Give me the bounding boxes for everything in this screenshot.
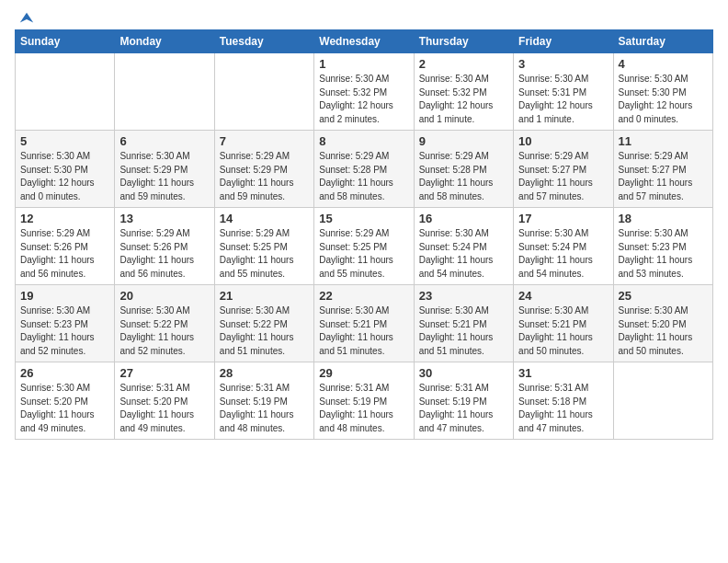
day-info: Sunrise: 5:30 AM Sunset: 5:21 PM Dayligh…: [319, 304, 408, 358]
day-info: Sunrise: 5:29 AM Sunset: 5:29 PM Dayligh…: [220, 150, 309, 203]
day-number: 15: [319, 212, 408, 225]
day-of-week-header: Monday: [115, 30, 214, 53]
day-number: 7: [220, 134, 309, 148]
calendar-cell: 10Sunrise: 5:29 AM Sunset: 5:27 PM Dayli…: [514, 131, 613, 208]
calendar-cell: 17Sunrise: 5:30 AM Sunset: 5:24 PM Dayli…: [514, 208, 613, 285]
day-of-week-header: Tuesday: [214, 30, 313, 53]
day-number: 29: [319, 366, 408, 380]
day-info: Sunrise: 5:31 AM Sunset: 5:19 PM Dayligh…: [419, 382, 508, 435]
day-number: 26: [20, 366, 109, 380]
calendar-cell: 23Sunrise: 5:30 AM Sunset: 5:21 PM Dayli…: [414, 285, 513, 362]
day-info: Sunrise: 5:31 AM Sunset: 5:18 PM Dayligh…: [518, 382, 608, 435]
calendar-cell: 13Sunrise: 5:29 AM Sunset: 5:26 PM Dayli…: [115, 208, 214, 285]
day-number: 18: [619, 212, 708, 225]
day-info: Sunrise: 5:31 AM Sunset: 5:19 PM Dayligh…: [220, 382, 309, 435]
day-info: Sunrise: 5:30 AM Sunset: 5:22 PM Dayligh…: [220, 304, 309, 358]
calendar-cell: 6Sunrise: 5:30 AM Sunset: 5:29 PM Daylig…: [115, 131, 214, 208]
day-of-week-header: Saturday: [613, 30, 712, 53]
calendar-cell: 4Sunrise: 5:30 AM Sunset: 5:30 PM Daylig…: [613, 53, 712, 131]
calendar-body: 1Sunrise: 5:30 AM Sunset: 5:32 PM Daylig…: [16, 53, 713, 440]
calendar-cell: 21Sunrise: 5:30 AM Sunset: 5:22 PM Dayli…: [214, 285, 313, 362]
day-number: 10: [518, 134, 608, 148]
day-info: Sunrise: 5:29 AM Sunset: 5:25 PM Dayligh…: [220, 227, 309, 281]
logo-bird-icon: [18, 11, 35, 28]
day-number: 31: [518, 366, 608, 380]
day-number: 6: [119, 134, 209, 148]
day-info: Sunrise: 5:30 AM Sunset: 5:30 PM Dayligh…: [619, 73, 708, 126]
day-info: Sunrise: 5:30 AM Sunset: 5:21 PM Dayligh…: [419, 304, 508, 358]
day-info: Sunrise: 5:30 AM Sunset: 5:31 PM Dayligh…: [518, 73, 608, 126]
calendar-cell: 14Sunrise: 5:29 AM Sunset: 5:25 PM Dayli…: [214, 208, 313, 285]
day-info: Sunrise: 5:30 AM Sunset: 5:24 PM Dayligh…: [419, 227, 508, 281]
day-number: 30: [419, 366, 508, 380]
day-number: 9: [419, 134, 508, 148]
calendar-cell: 1Sunrise: 5:30 AM Sunset: 5:32 PM Daylig…: [314, 53, 414, 131]
calendar-week-row: 12Sunrise: 5:29 AM Sunset: 5:26 PM Dayli…: [16, 208, 713, 285]
day-info: Sunrise: 5:29 AM Sunset: 5:26 PM Dayligh…: [119, 227, 209, 281]
day-of-week-header: Thursday: [414, 30, 513, 53]
day-info: Sunrise: 5:30 AM Sunset: 5:23 PM Dayligh…: [20, 304, 109, 358]
calendar-cell: 22Sunrise: 5:30 AM Sunset: 5:21 PM Dayli…: [314, 285, 414, 362]
day-info: Sunrise: 5:29 AM Sunset: 5:28 PM Dayligh…: [319, 150, 408, 203]
day-number: 25: [619, 289, 708, 303]
day-number: 16: [419, 212, 508, 225]
calendar-cell: 3Sunrise: 5:30 AM Sunset: 5:31 PM Daylig…: [514, 53, 613, 131]
calendar-cell: 31Sunrise: 5:31 AM Sunset: 5:18 PM Dayli…: [514, 362, 613, 440]
day-info: Sunrise: 5:30 AM Sunset: 5:29 PM Dayligh…: [119, 150, 209, 203]
day-info: Sunrise: 5:29 AM Sunset: 5:26 PM Dayligh…: [20, 227, 109, 281]
svg-marker-0: [20, 13, 33, 23]
day-info: Sunrise: 5:30 AM Sunset: 5:21 PM Dayligh…: [518, 304, 608, 358]
day-info: Sunrise: 5:30 AM Sunset: 5:20 PM Dayligh…: [20, 382, 109, 435]
day-number: 1: [319, 57, 408, 71]
day-info: Sunrise: 5:30 AM Sunset: 5:20 PM Dayligh…: [619, 304, 708, 358]
calendar-cell: 20Sunrise: 5:30 AM Sunset: 5:22 PM Dayli…: [115, 285, 214, 362]
calendar-cell: 11Sunrise: 5:29 AM Sunset: 5:27 PM Dayli…: [613, 131, 712, 208]
day-info: Sunrise: 5:30 AM Sunset: 5:23 PM Dayligh…: [619, 227, 708, 281]
calendar-cell: 24Sunrise: 5:30 AM Sunset: 5:21 PM Dayli…: [514, 285, 613, 362]
calendar-cell: [613, 362, 712, 440]
calendar-cell: 25Sunrise: 5:30 AM Sunset: 5:20 PM Dayli…: [613, 285, 712, 362]
day-info: Sunrise: 5:30 AM Sunset: 5:22 PM Dayligh…: [119, 304, 209, 358]
day-number: 12: [20, 212, 109, 225]
calendar-cell: 7Sunrise: 5:29 AM Sunset: 5:29 PM Daylig…: [214, 131, 313, 208]
day-number: 14: [220, 212, 309, 225]
day-number: 8: [319, 134, 408, 148]
day-number: 13: [119, 212, 209, 225]
day-number: 23: [419, 289, 508, 303]
calendar-cell: 28Sunrise: 5:31 AM Sunset: 5:19 PM Dayli…: [214, 362, 313, 440]
day-info: Sunrise: 5:30 AM Sunset: 5:32 PM Dayligh…: [419, 73, 508, 126]
day-info: Sunrise: 5:30 AM Sunset: 5:30 PM Dayligh…: [20, 150, 109, 203]
day-info: Sunrise: 5:29 AM Sunset: 5:25 PM Dayligh…: [319, 227, 408, 281]
calendar-cell: 27Sunrise: 5:31 AM Sunset: 5:20 PM Dayli…: [115, 362, 214, 440]
calendar-cell: 8Sunrise: 5:29 AM Sunset: 5:28 PM Daylig…: [314, 131, 414, 208]
logo: [15, 15, 35, 22]
day-number: 20: [119, 289, 209, 303]
day-info: Sunrise: 5:29 AM Sunset: 5:28 PM Dayligh…: [419, 150, 508, 203]
calendar-cell: 12Sunrise: 5:29 AM Sunset: 5:26 PM Dayli…: [16, 208, 115, 285]
calendar-cell: [214, 53, 313, 131]
calendar-table: SundayMondayTuesdayWednesdayThursdayFrid…: [15, 29, 713, 440]
calendar-cell: 30Sunrise: 5:31 AM Sunset: 5:19 PM Dayli…: [414, 362, 513, 440]
day-info: Sunrise: 5:29 AM Sunset: 5:27 PM Dayligh…: [619, 150, 708, 203]
calendar-cell: 15Sunrise: 5:29 AM Sunset: 5:25 PM Dayli…: [314, 208, 414, 285]
day-info: Sunrise: 5:31 AM Sunset: 5:20 PM Dayligh…: [119, 382, 209, 435]
day-number: 2: [419, 57, 508, 71]
day-number: 17: [518, 212, 608, 225]
day-number: 19: [20, 289, 109, 303]
day-info: Sunrise: 5:30 AM Sunset: 5:32 PM Dayligh…: [319, 73, 408, 126]
calendar-cell: 5Sunrise: 5:30 AM Sunset: 5:30 PM Daylig…: [16, 131, 115, 208]
calendar-cell: 19Sunrise: 5:30 AM Sunset: 5:23 PM Dayli…: [16, 285, 115, 362]
calendar-week-row: 5Sunrise: 5:30 AM Sunset: 5:30 PM Daylig…: [16, 131, 713, 208]
day-info: Sunrise: 5:30 AM Sunset: 5:24 PM Dayligh…: [518, 227, 608, 281]
page-header: [15, 15, 713, 22]
calendar-cell: 26Sunrise: 5:30 AM Sunset: 5:20 PM Dayli…: [16, 362, 115, 440]
calendar-week-row: 19Sunrise: 5:30 AM Sunset: 5:23 PM Dayli…: [16, 285, 713, 362]
calendar-cell: 9Sunrise: 5:29 AM Sunset: 5:28 PM Daylig…: [414, 131, 513, 208]
day-info: Sunrise: 5:29 AM Sunset: 5:27 PM Dayligh…: [518, 150, 608, 203]
day-of-week-header: Sunday: [16, 30, 115, 53]
calendar-cell: 16Sunrise: 5:30 AM Sunset: 5:24 PM Dayli…: [414, 208, 513, 285]
calendar-cell: 2Sunrise: 5:30 AM Sunset: 5:32 PM Daylig…: [414, 53, 513, 131]
day-number: 24: [518, 289, 608, 303]
day-number: 22: [319, 289, 408, 303]
calendar-cell: [115, 53, 214, 131]
